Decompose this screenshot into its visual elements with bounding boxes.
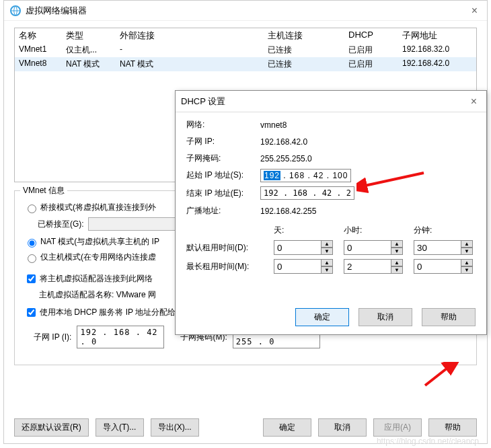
svg-line-1 bbox=[362, 173, 424, 186]
dhcp-titlebar: DHCP 设置 × bbox=[176, 91, 486, 112]
spin-up-icon[interactable]: ▲ bbox=[461, 240, 473, 248]
subnet-ip-label: 子网 IP (I): bbox=[34, 332, 71, 343]
broadcast-value: 192.168.42.255 bbox=[260, 207, 476, 216]
col-type[interactable]: 类型 bbox=[66, 30, 120, 42]
spin-down-icon[interactable]: ▼ bbox=[461, 248, 473, 255]
app-icon bbox=[9, 5, 22, 17]
max-days-spinner[interactable]: ▲▼ bbox=[274, 259, 334, 274]
use-dhcp-checkbox[interactable] bbox=[27, 308, 36, 317]
spin-down-icon[interactable]: ▼ bbox=[321, 248, 333, 255]
end-ip-label: 结束 IP 地址(E): bbox=[186, 188, 260, 199]
days-label: 天: bbox=[274, 225, 344, 236]
dhcp-help-button[interactable]: 帮助 bbox=[422, 308, 476, 326]
network-label: 网络: bbox=[186, 119, 260, 130]
apply-button[interactable]: 应用(A) bbox=[373, 418, 422, 437]
spin-up-icon[interactable]: ▲ bbox=[321, 259, 333, 266]
annotation-arrow-icon bbox=[420, 362, 460, 389]
restore-defaults-button[interactable]: 还原默认设置(R) bbox=[14, 418, 89, 437]
col-subnet[interactable]: 子网地址 bbox=[402, 30, 472, 42]
connect-host-checkbox[interactable] bbox=[27, 274, 36, 283]
subnet-ip-input[interactable]: 192 . 168 . 42 . 0 bbox=[77, 326, 164, 348]
table-row[interactable]: VMnet1 仅主机... - 已连接 已启用 192.168.32.0 bbox=[15, 43, 476, 57]
import-button[interactable]: 导入(T)... bbox=[96, 418, 144, 437]
col-ext[interactable]: 外部连接 bbox=[120, 30, 268, 42]
spin-down-icon[interactable]: ▼ bbox=[321, 266, 333, 274]
start-ip-label: 起始 IP 地址(S): bbox=[186, 170, 260, 181]
cancel-button[interactable]: 取消 bbox=[318, 418, 367, 437]
broadcast-label: 广播地址: bbox=[186, 205, 260, 217]
start-ip-input[interactable]: 192 . 168 . 42 . 100 bbox=[260, 169, 351, 182]
close-icon[interactable]: × bbox=[467, 5, 482, 17]
nat-radio[interactable] bbox=[28, 239, 36, 248]
dhcp-close-icon[interactable]: × bbox=[467, 96, 481, 108]
max-minutes-spinner[interactable]: ▲▼ bbox=[414, 259, 474, 274]
max-hours-spinner[interactable]: ▲▼ bbox=[344, 259, 404, 274]
dhcp-subnet-ip-label: 子网 IP: bbox=[186, 136, 260, 147]
col-host[interactable]: 主机连接 bbox=[268, 30, 348, 42]
spin-up-icon[interactable]: ▲ bbox=[391, 259, 403, 266]
vmnet-info-legend: VMnet 信息 bbox=[20, 185, 67, 196]
minutes-label: 分钟: bbox=[414, 225, 484, 236]
default-minutes-spinner[interactable]: ▲▼ bbox=[414, 240, 474, 255]
export-button[interactable]: 导出(X)... bbox=[151, 418, 199, 437]
hostonly-radio[interactable] bbox=[28, 254, 36, 263]
dhcp-subnet-ip-value: 192.168.42.0 bbox=[260, 137, 476, 147]
spin-down-icon[interactable]: ▼ bbox=[391, 248, 403, 255]
dhcp-subnet-mask-label: 子网掩码: bbox=[186, 153, 260, 164]
annotation-arrow-icon bbox=[356, 170, 430, 196]
hours-label: 小时: bbox=[344, 225, 414, 236]
dhcp-subnet-mask-value: 255.255.255.0 bbox=[260, 154, 476, 163]
col-dhcp[interactable]: DHCP bbox=[348, 30, 402, 42]
default-lease-label: 默认租用时间(D): bbox=[186, 242, 274, 254]
table-row[interactable]: VMnet8 NAT 模式 NAT 模式 已连接 已启用 192.168.42.… bbox=[15, 57, 476, 71]
default-hours-spinner[interactable]: ▲▼ bbox=[344, 240, 404, 255]
dhcp-title: DHCP 设置 bbox=[181, 96, 467, 108]
max-lease-label: 最长租用时间(M): bbox=[186, 261, 274, 272]
watermark: https://blog.csdn.net/cleancp bbox=[377, 437, 479, 446]
main-titlebar: 虚拟网络编辑器 × bbox=[4, 1, 487, 21]
svg-line-2 bbox=[425, 366, 450, 385]
dhcp-settings-dialog: DHCP 设置 × 网络: vmnet8 子网 IP: 192.168.42.0… bbox=[175, 90, 487, 335]
spin-down-icon[interactable]: ▼ bbox=[391, 266, 403, 274]
spin-down-icon[interactable]: ▼ bbox=[461, 266, 473, 274]
spin-up-icon[interactable]: ▲ bbox=[461, 259, 473, 266]
table-header: 名称 类型 外部连接 主机连接 DHCP 子网地址 bbox=[15, 28, 476, 43]
default-days-spinner[interactable]: ▲▼ bbox=[274, 240, 334, 255]
dhcp-cancel-button[interactable]: 取消 bbox=[358, 308, 412, 326]
end-ip-input[interactable] bbox=[260, 186, 354, 200]
help-button[interactable]: 帮助 bbox=[428, 418, 477, 437]
bridge-radio[interactable] bbox=[28, 204, 36, 213]
bottom-button-bar: 还原默认设置(R) 导入(T)... 导出(X)... 确定 取消 应用(A) … bbox=[14, 418, 477, 437]
ok-button[interactable]: 确定 bbox=[263, 418, 311, 437]
col-name[interactable]: 名称 bbox=[19, 30, 66, 42]
network-value: vmnet8 bbox=[260, 120, 476, 130]
dhcp-ok-button[interactable]: 确定 bbox=[295, 308, 349, 326]
spin-up-icon[interactable]: ▲ bbox=[321, 240, 333, 248]
window-title: 虚拟网络编辑器 bbox=[26, 5, 467, 17]
spin-up-icon[interactable]: ▲ bbox=[391, 240, 403, 248]
